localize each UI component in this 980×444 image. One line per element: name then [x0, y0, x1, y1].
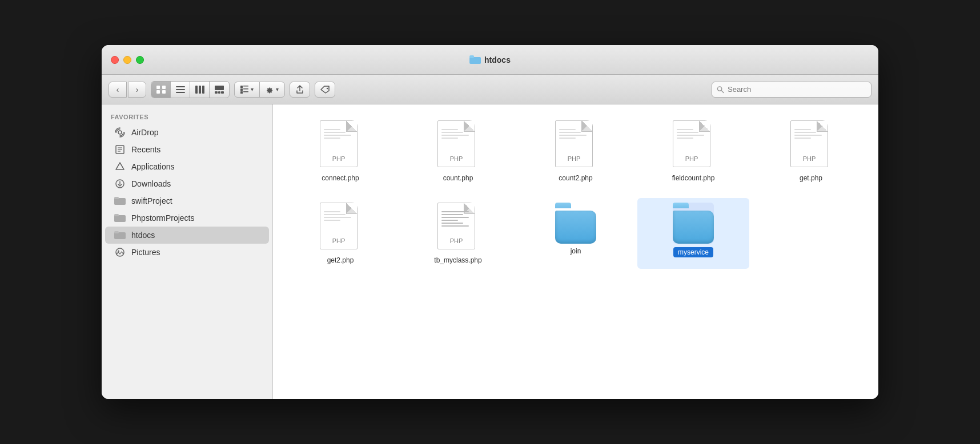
icon-view-button[interactable] [151, 82, 171, 98]
svg-rect-4 [156, 90, 160, 94]
sidebar: Favorites AirDrop [102, 104, 273, 399]
php-file-icon: PHP [437, 120, 479, 171]
svg-rect-1 [469, 55, 474, 58]
file-item[interactable]: PHP count.php [402, 116, 514, 187]
traffic-lights [111, 56, 144, 64]
svg-rect-8 [176, 92, 185, 93]
file-item[interactable]: PHP count2.php [520, 116, 632, 187]
sidebar-item-label: AirDrop [131, 128, 158, 137]
minimize-button[interactable] [123, 56, 131, 64]
tag-button[interactable] [315, 82, 335, 98]
svg-rect-20 [240, 91, 243, 94]
view-buttons [151, 81, 230, 98]
svg-point-25 [118, 131, 122, 134]
sidebar-item-airdrop[interactable]: AirDrop [105, 124, 269, 141]
titlebar: htdocs [102, 45, 878, 75]
sidebar-item-label: PhpstormProjects [131, 213, 194, 223]
svg-line-24 [721, 90, 724, 92]
column-view-button[interactable] [190, 82, 210, 98]
sidebar-item-downloads[interactable]: Downloads [105, 175, 269, 192]
svg-rect-7 [176, 89, 185, 90]
file-name: count.php [443, 174, 473, 182]
svg-point-23 [717, 86, 721, 90]
svg-rect-12 [215, 86, 224, 90]
svg-rect-15 [221, 91, 224, 94]
sidebar-item-label: Downloads [131, 179, 171, 188]
files-grid: PHP connect.php [284, 116, 867, 269]
svg-rect-19 [243, 88, 248, 90]
sidebar-item-label: Recents [131, 145, 160, 154]
svg-rect-18 [240, 88, 243, 91]
file-name: fieldcount.php [672, 174, 715, 182]
file-item[interactable]: PHP get2.php [284, 198, 396, 269]
sidebar-item-label: htdocs [131, 231, 155, 240]
share-button[interactable] [290, 82, 310, 98]
php-file-icon: PHP [790, 120, 832, 171]
file-name: tb_myclass.php [434, 256, 481, 264]
search-input[interactable] [728, 85, 866, 94]
folder-item[interactable]: join [520, 198, 632, 269]
file-item[interactable]: PHP connect.php [284, 116, 396, 187]
toolbar: ‹ › ▾ ▾ [102, 75, 878, 104]
close-button[interactable] [111, 56, 119, 64]
sidebar-item-label: swiftProject [131, 196, 172, 205]
main-content: PHP connect.php [273, 104, 878, 399]
file-name: get2.php [327, 256, 354, 264]
pictures-icon [114, 247, 126, 258]
file-item[interactable]: PHP get.php [755, 116, 867, 187]
folder-icon [114, 212, 126, 224]
svg-point-38 [118, 251, 119, 252]
finder-window: htdocs ‹ › ▾ [102, 45, 878, 399]
nav-buttons: ‹ › [109, 82, 146, 98]
folder-icon-item [673, 203, 714, 244]
window-title: htdocs [484, 55, 511, 64]
sidebar-item-label: Pictures [131, 248, 160, 257]
folder-icon-item [555, 203, 596, 244]
svg-point-22 [327, 87, 328, 88]
svg-rect-3 [162, 86, 166, 89]
search-icon [717, 86, 724, 94]
maximize-button[interactable] [136, 56, 144, 64]
file-item[interactable]: PHP tb_myclass.php [402, 198, 514, 269]
svg-rect-21 [243, 91, 248, 92]
svg-rect-14 [218, 91, 220, 94]
sidebar-item-pictures[interactable]: Pictures [105, 244, 269, 261]
forward-button[interactable]: › [128, 82, 146, 98]
svg-rect-32 [114, 197, 119, 199]
arrange-button[interactable]: ▾ [235, 82, 260, 97]
downloads-icon [114, 178, 126, 189]
file-name: count2.php [559, 174, 592, 182]
sidebar-item-htdocs[interactable]: htdocs [105, 227, 269, 244]
sidebar-item-swiftproject[interactable]: swiftProject [105, 192, 269, 209]
file-name: get.php [800, 174, 822, 182]
sidebar-item-label: Applications [131, 162, 175, 171]
airdrop-icon [114, 127, 126, 138]
svg-rect-5 [162, 90, 166, 94]
applications-icon [114, 161, 126, 172]
svg-rect-11 [202, 86, 204, 94]
php-file-icon: PHP [437, 203, 479, 253]
svg-rect-9 [195, 86, 198, 94]
search-bar[interactable] [712, 82, 871, 98]
arrange-group: ▾ ▾ [234, 82, 285, 98]
titlebar-center: htdocs [469, 55, 511, 64]
folder-icon [114, 195, 126, 207]
file-item[interactable]: PHP fieldcount.php [637, 116, 749, 187]
folder-item-selected[interactable]: myservice [637, 198, 749, 269]
sidebar-item-applications[interactable]: Applications [105, 158, 269, 175]
svg-rect-36 [114, 231, 119, 233]
php-file-icon: PHP [555, 120, 596, 171]
back-button[interactable]: ‹ [109, 82, 127, 98]
svg-rect-2 [156, 86, 160, 89]
folder-icon [469, 55, 481, 64]
list-view-button[interactable] [171, 82, 190, 98]
gallery-view-button[interactable] [210, 82, 229, 98]
sidebar-item-recents[interactable]: Recents [105, 141, 269, 158]
content-area: Favorites AirDrop [102, 104, 878, 399]
svg-rect-34 [114, 214, 119, 216]
php-file-icon: PHP [673, 120, 714, 171]
svg-rect-10 [199, 86, 201, 94]
sidebar-item-phpstorm[interactable]: PhpstormProjects [105, 209, 269, 227]
php-file-icon: PHP [320, 203, 361, 253]
gear-button[interactable]: ▾ [260, 82, 284, 97]
